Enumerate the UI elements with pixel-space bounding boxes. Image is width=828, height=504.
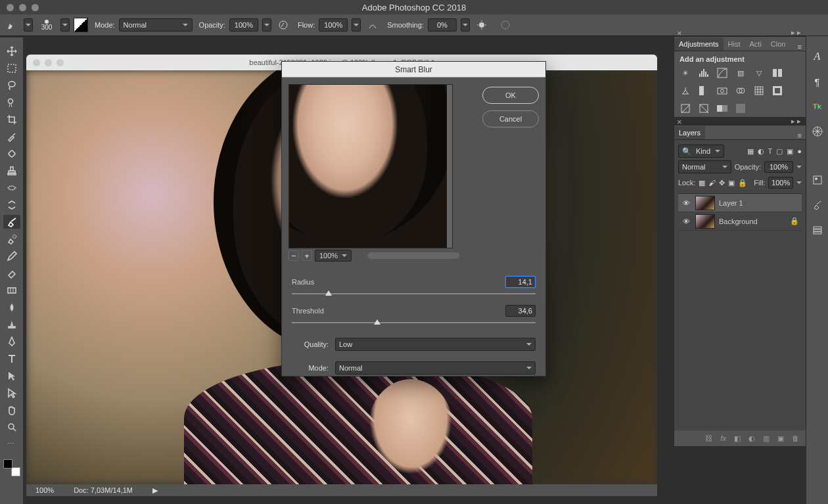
history-brush-tool[interactable]	[3, 232, 20, 246]
blend-mode-select[interactable]: Normal	[119, 18, 193, 32]
brightness-icon[interactable]: ☀	[679, 67, 691, 79]
panel-close-icon[interactable]: ×	[677, 28, 682, 38]
layer-row[interactable]: 👁Background🔒	[678, 212, 802, 231]
spot-heal-tool[interactable]	[3, 147, 20, 160]
link-layers-icon[interactable]: ⛓	[705, 434, 712, 442]
tab-clone[interactable]: Clon	[766, 37, 791, 51]
layer-row[interactable]: 👁Layer 1	[678, 194, 802, 212]
opacity-dropdown[interactable]	[262, 18, 271, 32]
blur-tool[interactable]	[3, 300, 20, 314]
paragraph-panel-icon[interactable]: ¶	[810, 74, 825, 89]
foreground-background-colors[interactable]	[2, 458, 22, 478]
selective-color-icon[interactable]	[735, 103, 747, 114]
smoothing-value[interactable]: 0%	[428, 18, 457, 32]
quality-select[interactable]: Low	[335, 338, 536, 351]
brush-tool[interactable]	[3, 215, 20, 229]
tab-actions[interactable]: Acti	[745, 37, 766, 51]
airbrush-icon[interactable]	[365, 17, 380, 33]
threshold-input[interactable]: 34,6	[505, 305, 536, 317]
photo-filter-icon[interactable]	[716, 85, 728, 97]
preview-zoom-select[interactable]: 100%	[315, 250, 352, 262]
bw-icon[interactable]	[698, 85, 710, 97]
ok-button[interactable]: OK	[482, 87, 539, 104]
filter-toggle-icon[interactable]: ●	[797, 147, 802, 156]
patch-tool[interactable]	[3, 181, 20, 195]
layers-panel-menu-icon[interactable]: ≡	[794, 131, 806, 139]
brush-panel-toggle-icon[interactable]	[74, 18, 88, 32]
tk-panel-icon[interactable]: Tk	[810, 99, 825, 114]
mode-select-dialog[interactable]: Normal	[335, 361, 536, 375]
dodge-tool[interactable]	[3, 317, 20, 331]
path-select-tool[interactable]	[3, 369, 20, 382]
radius-slider[interactable]	[292, 289, 536, 298]
status-more-icon[interactable]: ▶	[152, 486, 158, 495]
layer-mask-icon[interactable]: ◧	[734, 434, 741, 443]
filter-type-icon[interactable]: T	[768, 147, 773, 156]
flow-value[interactable]: 100%	[319, 18, 348, 32]
brush-preset-picker[interactable]: 300	[37, 20, 57, 31]
tab-adjustments[interactable]: Adjustments	[674, 37, 724, 51]
brush-preset-dropdown[interactable]	[60, 18, 70, 32]
replace-color-tool[interactable]	[3, 198, 20, 212]
layer-style-icon[interactable]: fx	[720, 434, 726, 442]
edit-toolbar[interactable]: ⋯	[3, 437, 20, 451]
layers-panel-collapse-icon[interactable]: ▸▸	[791, 117, 803, 126]
doc-zoom-icon[interactable]	[57, 59, 64, 66]
zoom-tool[interactable]	[3, 420, 20, 434]
hue-icon[interactable]	[771, 67, 783, 79]
channel-mixer-icon[interactable]	[735, 85, 747, 97]
lock-transparent-icon[interactable]: ▩	[699, 179, 705, 187]
size-pressure-icon[interactable]	[497, 17, 513, 33]
color-lookup-icon[interactable]	[753, 85, 765, 97]
layer-opacity-value[interactable]: 100%	[764, 161, 793, 173]
group-icon[interactable]: ▥	[763, 434, 770, 443]
eyedropper-tool[interactable]	[3, 129, 20, 143]
layers-panel-close-icon[interactable]: ×	[677, 117, 682, 127]
crop-tool[interactable]	[3, 112, 20, 126]
lock-position-icon[interactable]: ✥	[719, 179, 725, 187]
pen-tool[interactable]	[3, 334, 20, 348]
panel-menu-icon[interactable]: ≡	[794, 43, 806, 51]
brush-settings-panel-icon[interactable]	[810, 198, 825, 212]
layer-blend-mode-select[interactable]: Normal	[678, 160, 731, 173]
lock-artboard-icon[interactable]: ▣	[728, 179, 735, 187]
history-panel-icon[interactable]	[810, 223, 825, 237]
opacity-value[interactable]: 100%	[229, 18, 258, 32]
gradient-map-icon[interactable]	[716, 103, 728, 114]
close-window-icon[interactable]	[7, 4, 14, 11]
stamp-tool[interactable]	[3, 164, 20, 177]
navigator-panel-icon[interactable]	[810, 124, 825, 139]
type-tool[interactable]	[3, 352, 20, 365]
move-tool[interactable]	[3, 44, 20, 58]
visibility-icon[interactable]: 👁	[681, 199, 691, 207]
cancel-button[interactable]: Cancel	[482, 110, 539, 127]
smoothing-dropdown[interactable]	[461, 18, 470, 32]
tool-preset-picker[interactable]	[4, 17, 20, 33]
minimize-window-icon[interactable]	[19, 4, 26, 11]
zoom-level[interactable]: 100%	[35, 486, 54, 494]
preview-hscroll[interactable]	[367, 252, 459, 259]
zoom-window-icon[interactable]	[32, 4, 39, 11]
adjustment-layer-icon[interactable]: ◐	[748, 434, 755, 443]
smoothing-options-icon[interactable]	[474, 17, 490, 33]
threshold-slider[interactable]	[292, 318, 536, 327]
posterize-icon[interactable]	[679, 103, 691, 114]
character-panel-icon[interactable]: A	[810, 49, 825, 64]
radius-input[interactable]: 14,1	[505, 276, 536, 288]
exposure-icon[interactable]: ▨	[735, 67, 747, 79]
doc-size[interactable]: Doc: 7,03M/14,1M	[74, 486, 133, 494]
invert-icon[interactable]	[771, 85, 783, 97]
properties-panel-icon[interactable]	[810, 173, 825, 187]
preview-scrollbar[interactable]	[447, 85, 452, 248]
panel-collapse-icon[interactable]: ▸▸	[791, 28, 803, 37]
layer-thumbnail[interactable]	[695, 196, 715, 210]
marquee-tool[interactable]	[3, 61, 20, 75]
color-balance-icon[interactable]	[679, 85, 691, 97]
eraser-tool[interactable]	[3, 266, 20, 280]
doc-close-icon[interactable]	[33, 59, 40, 66]
pencil-tool[interactable]	[3, 249, 20, 263]
filter-adjust-icon[interactable]: ◐	[758, 147, 764, 156]
hand-tool[interactable]	[3, 403, 20, 417]
tab-history[interactable]: Hist	[724, 37, 745, 51]
lock-all-icon[interactable]: 🔒	[738, 179, 747, 187]
